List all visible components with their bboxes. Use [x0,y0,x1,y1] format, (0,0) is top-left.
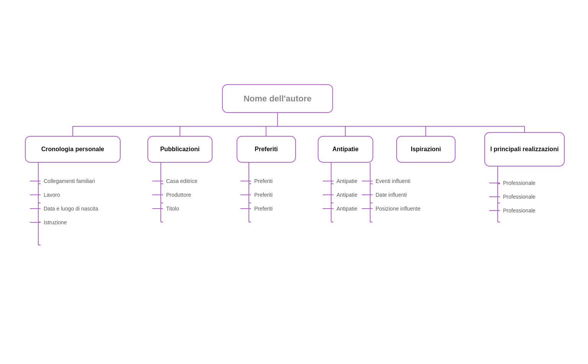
branch-label-cronologia: Cronologia personale [41,146,104,153]
leaf-line-icon [362,181,372,181]
leaf-text: Posizione influente [376,206,421,212]
leaf-line-icon [152,208,163,209]
branch-label-principali: I principali realizzazioni [490,146,559,153]
leaf-list-cronologia: Collegamenti familiari Lavoro Data e luo… [30,178,98,225]
branch-label-preferiti: Preferiti [255,146,278,153]
leaf-text: Antipatie [336,206,357,212]
leaf-line-icon [323,181,333,181]
list-item: Professionale [489,194,536,200]
list-item: Preferiti [240,178,273,184]
leaf-list-principali: Professionale Professionale Professional… [489,180,536,214]
branch-node-pubblicazioni: Pubblicazioni [147,136,212,163]
branch-label-pubblicazioni: Pubblicazioni [160,146,199,153]
leaf-line-icon [489,183,500,183]
root-node: Nome dell'autore [222,84,333,113]
leaf-line-icon [30,181,41,181]
leaf-text: Antipatie [336,178,357,184]
leaf-text: Preferiti [254,206,273,212]
leaf-line-icon [489,196,500,197]
leaf-line-icon [240,208,251,209]
leaf-text: Casa editrice [166,178,198,184]
branch-node-ispirazioni: Ispirazioni [396,136,456,163]
leaf-line-icon [30,208,41,209]
list-item: Titolo [152,206,198,212]
list-item: Collegamenti familiari [30,178,98,184]
branch-node-cronologia: Cronologia personale [25,136,121,163]
list-item: Antipatie [323,192,357,198]
list-item: Professionale [489,207,536,214]
leaf-text: Data e luogo di nascita [44,206,98,212]
leaf-line-icon [362,208,372,209]
leaf-text: Preferiti [254,192,273,198]
list-item: Professionale [489,180,536,186]
leaf-text: Istruzione [44,219,67,225]
leaf-text: Produttore [166,192,191,198]
leaf-line-icon [323,194,333,195]
leaf-text: Lavoro [44,192,60,198]
branch-node-preferiti: Preferiti [237,136,296,163]
list-item: Data e luogo di nascita [30,206,98,212]
leaf-text: Antipatie [336,192,357,198]
leaf-text: Collegamenti familiari [44,178,95,184]
list-item: Antipatie [323,178,357,184]
leaf-line-icon [30,194,41,195]
leaf-line-icon [30,222,41,223]
leaf-text: Preferiti [254,178,273,184]
list-item: Produttore [152,192,198,198]
list-item: Lavoro [30,192,98,198]
leaf-line-icon [362,194,372,195]
leaf-text: Professionale [503,194,536,200]
leaf-text: Professionale [503,207,536,214]
leaf-line-icon [152,181,163,181]
leaf-line-icon [323,208,333,209]
branch-label-antipatie: Antipatie [332,146,358,153]
leaf-text: Date influenti [376,192,407,198]
leaf-line-icon [240,181,251,181]
list-item: Antipatie [323,206,357,212]
list-item: Posizione influente [362,206,421,212]
leaf-line-icon [240,194,251,195]
leaf-line-icon [489,210,500,211]
leaf-list-ispirazioni: Eventi influenti Date influenti Posizion… [362,178,421,212]
branch-label-ispirazioni: Ispirazioni [411,146,441,153]
list-item: Date influenti [362,192,421,198]
list-item: Eventi influenti [362,178,421,184]
leaf-list-antipatie: Antipatie Antipatie Antipatie [323,178,357,212]
leaf-list-preferiti: Preferiti Preferiti Preferiti [240,178,273,212]
list-item: Preferiti [240,192,273,198]
leaf-list-pubblicazioni: Casa editrice Produttore Titolo [152,178,198,212]
leaf-text: Professionale [503,180,536,186]
branch-node-antipatie: Antipatie [318,136,373,163]
root-node-label: Nome dell'autore [243,94,312,104]
leaf-text: Eventi influenti [376,178,410,184]
list-item: Casa editrice [152,178,198,184]
list-item: Preferiti [240,206,273,212]
leaf-text: Titolo [166,206,179,212]
leaf-line-icon [152,194,163,195]
list-item: Istruzione [30,219,98,225]
diagram-container: Nome dell'autore Cronologia personale Pu… [0,0,588,364]
branch-node-principali: I principali realizzazioni [484,132,565,166]
